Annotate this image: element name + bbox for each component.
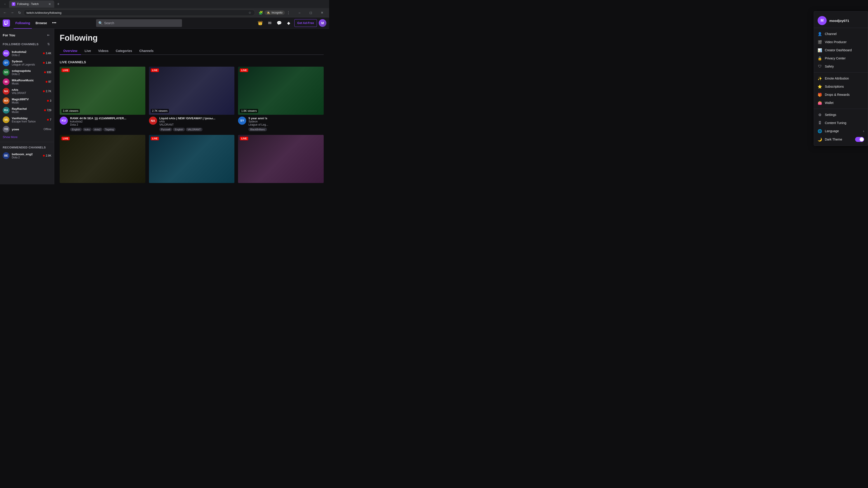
channel-info: Sydeon League of Legends [12, 60, 41, 66]
live-channels-label: Live channels [60, 60, 324, 64]
channel-avatar: SY [3, 59, 9, 66]
channel-viewers: 1.8K [43, 61, 51, 64]
close-button[interactable]: ✕ [317, 8, 327, 17]
live-badge: LIVE [240, 137, 248, 140]
sort-icon[interactable]: ⇅ [46, 41, 51, 47]
sidebar-channel-item[interactable]: SY Sydeon League of Legends 1.8K [0, 58, 54, 68]
sidebar-channel-item[interactable]: KU kukudota2 Dota 2 3.4K [0, 48, 54, 58]
streams-grid-2: LIVE ST LIVE ST [60, 135, 324, 184]
tab-channels[interactable]: Channels [135, 47, 157, 55]
stream-title: 5 year anni !s [248, 117, 324, 120]
recommended-channel-item[interactable]: BE betboom_eng2 Dota 2 2.9K [0, 151, 54, 160]
reload-button[interactable]: ↻ [16, 9, 23, 16]
channel-info: kukudota2 Dota 2 [12, 50, 41, 57]
stream-thumbnail: LIVE 3.4K viewers [60, 67, 145, 115]
back-button[interactable]: ← [2, 9, 8, 16]
tab-close-button[interactable]: ✕ [48, 2, 52, 6]
stream-tag[interactable]: dota2 [92, 128, 102, 131]
twitch-logo[interactable] [3, 20, 10, 27]
channel-avatar: MA [3, 97, 9, 104]
channel-avatar: VA [3, 116, 9, 123]
stream-tag[interactable]: English [173, 128, 185, 131]
new-tab-button[interactable]: + [55, 1, 61, 7]
twitch-app: Following Browse ••• 🔍 👑 ✉ 💬 ◆ Get Ad-Fr… [0, 18, 329, 184]
stream-card[interactable]: LIVE 3.4K viewers KU RANK 44 IN SEA :)))… [60, 67, 145, 131]
prime-icon[interactable]: 👑 [256, 19, 264, 27]
tab-videos[interactable]: Videos [94, 47, 112, 55]
channel-viewers: 2.9K [43, 154, 51, 157]
channel-viewers: 97 [46, 80, 51, 84]
stream-card[interactable]: LIVE 2.7K viewers NA Liquid nAts | NEW !… [149, 67, 235, 131]
stream-tag[interactable]: Русский [159, 128, 172, 131]
restore-button[interactable]: ◻ [306, 8, 316, 17]
minimize-button[interactable]: – [294, 8, 305, 17]
channel-avatar: BE [3, 152, 9, 159]
offline-label: Offline [43, 128, 51, 131]
points-icon[interactable]: ◆ [285, 19, 292, 27]
stream-game: League of Leg... [248, 123, 324, 126]
nav-following[interactable]: Following [13, 18, 32, 29]
tab-title: Following - Twitch [17, 2, 46, 6]
chat-icon[interactable]: 💬 [275, 19, 283, 27]
stream-card[interactable]: LIVE 1.8K viewers SY 5 year anni !s Syde… [238, 67, 324, 131]
sidebar-channel-item[interactable]: RA RayRachel Music 729 [0, 105, 54, 115]
channel-viewers: 2.7K [43, 90, 51, 93]
tab-overview[interactable]: Overview [60, 47, 81, 55]
stream-channel-name: Sydeon [248, 120, 324, 123]
search-input[interactable] [96, 19, 182, 27]
stream-channel-name: kukudota2 [70, 120, 145, 123]
stream-thumbnail: LIVE [60, 135, 145, 183]
menu-icon[interactable]: ⋮ [285, 9, 291, 16]
notifications-icon[interactable]: ✉ [266, 19, 274, 27]
collapse-sidebar-icon[interactable]: ⇤ [46, 32, 51, 38]
for-you-title: For You [3, 33, 15, 37]
search-container: 🔍 [96, 19, 182, 27]
channel-viewers: 7 [47, 118, 51, 121]
stream-meta: SY 5 year anni !s Sydeon League of Leg..… [238, 117, 324, 131]
address-bar[interactable]: twitch.tv/directory/following ☆ [24, 9, 255, 16]
get-ad-free-button[interactable]: Get Ad-Free [294, 19, 317, 27]
stream-card[interactable]: LIVE ST [149, 135, 235, 184]
sidebar-channel-item[interactable]: SO solapsapdota Dota 2 935 [0, 68, 54, 77]
stream-card[interactable]: LIVE ST [238, 135, 324, 184]
channel-game: League of Legends [12, 63, 41, 66]
tab-categories[interactable]: Categories [112, 47, 135, 55]
forward-button[interactable]: → [9, 9, 16, 16]
extensions-icon[interactable]: 🧩 [258, 9, 264, 16]
channel-name: yowe [12, 128, 41, 131]
active-tab[interactable]: T Following - Twitch ✕ [9, 0, 54, 8]
browser-controls: ← → ↻ twitch.tv/directory/following ☆ 🧩 … [0, 8, 329, 17]
sidebar-channel-item[interactable]: MI MikaRoseMusic Music 97 [0, 77, 54, 87]
stream-tag[interactable]: Tagalog [103, 128, 116, 131]
stream-thumbnail: LIVE [149, 135, 235, 183]
live-indicator [47, 100, 49, 102]
channel-avatar: RA [3, 107, 9, 113]
channel-game: Dota 2 [12, 156, 41, 159]
nav-more-button[interactable]: ••• [51, 20, 58, 27]
stream-channel-name: nAts [159, 120, 235, 123]
tab-group-arrow[interactable]: ‹ [2, 1, 8, 7]
stream-tag[interactable]: English [70, 128, 82, 131]
stream-card[interactable]: LIVE ST [60, 135, 145, 184]
show-more-button[interactable]: Show More [0, 134, 54, 140]
stream-tag[interactable]: VALORANT [186, 128, 203, 131]
channel-info: nAts VALORANT [12, 88, 41, 95]
channel-name: MikaRoseMusic [12, 78, 43, 82]
incognito-badge[interactable]: 🕵 Incognito [265, 10, 285, 15]
sidebar-channel-item[interactable]: MA Magic899TV Music 3 [0, 96, 54, 105]
followed-channels-header: FOLLOWED CHANNELS ⇅ [0, 39, 54, 48]
nav-browse[interactable]: Browse [34, 18, 49, 29]
user-avatar-button[interactable]: M [319, 19, 327, 27]
tab-live[interactable]: Live [81, 47, 94, 55]
browser-chrome: ‹ T Following - Twitch ✕ + ← → ↻ twitch.… [0, 0, 329, 18]
channel-name: solapsapdota [12, 69, 42, 72]
stream-tag[interactable]: kuku [83, 128, 92, 131]
sidebar-channel-item[interactable]: YO yowe Offline [0, 125, 54, 134]
sidebar-channel-item[interactable]: VA VanHoliday Escape from Tarkov 7 [0, 115, 54, 125]
left-sidebar: For You ⇤ FOLLOWED CHANNELS ⇅ KU kukudot… [0, 29, 54, 184]
bookmark-icon[interactable]: ☆ [248, 10, 252, 15]
sidebar-channel-item[interactable]: NA nAts VALORANT 2.7K [0, 87, 54, 96]
top-nav: Following Browse ••• 🔍 👑 ✉ 💬 ◆ Get Ad-Fr… [0, 18, 329, 29]
stream-thumbnail-bg [238, 135, 324, 183]
stream-tag[interactable]: BlackBrillianc [248, 128, 267, 131]
